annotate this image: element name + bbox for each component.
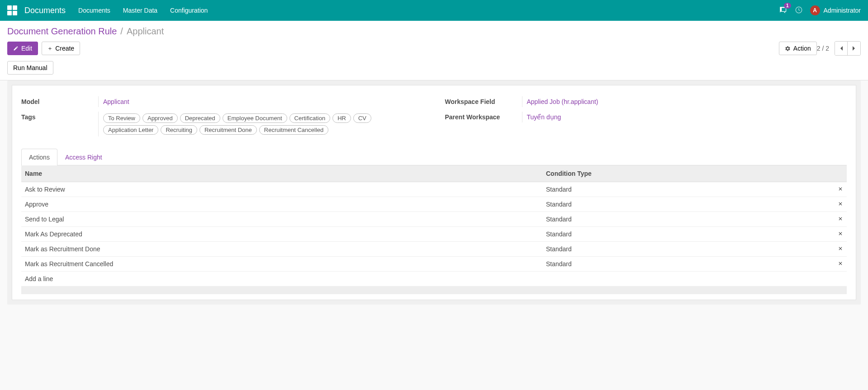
close-icon (838, 201, 843, 207)
actions-table: Name Condition Type Ask to ReviewStandar… (21, 165, 847, 294)
top-navbar: Documents Documents Master Data Configur… (0, 0, 868, 21)
row-condition: Standard (542, 257, 830, 272)
chevron-right-icon (852, 46, 856, 51)
row-name: Mark as Recruitment Done (21, 242, 542, 257)
row-name: Ask to Review (21, 182, 542, 197)
row-name: Approve (21, 197, 542, 212)
tag-pill[interactable]: Deprecated (180, 113, 220, 123)
table-row[interactable]: Mark As DeprecatedStandard (21, 227, 847, 242)
breadcrumb-sep: / (120, 26, 123, 37)
row-condition: Standard (542, 197, 830, 212)
table-row[interactable]: Mark as Recruitment CancelledStandard (21, 257, 847, 272)
tags-label: Tags (21, 112, 98, 121)
close-icon (838, 261, 843, 266)
workspace-field-label: Workspace Field (445, 96, 522, 105)
tag-pill[interactable]: Recruiting (161, 125, 197, 135)
row-delete[interactable] (830, 227, 847, 242)
table-row[interactable]: Ask to ReviewStandard (21, 182, 847, 197)
run-manual-button[interactable]: Run Manual (7, 61, 53, 75)
col-name[interactable]: Name (21, 165, 542, 182)
create-button[interactable]: Create (42, 42, 80, 55)
tab-actions[interactable]: Actions (21, 149, 57, 165)
breadcrumb: Document Generation Rule / Applicant (7, 26, 861, 37)
row-name: Send to Legal (21, 212, 542, 227)
user-name: Administrator (824, 7, 861, 14)
parent-workspace-label: Parent Workspace (445, 112, 522, 121)
row-condition: Standard (542, 227, 830, 242)
nav-link-master-data[interactable]: Master Data (123, 7, 157, 14)
row-name: Mark as Recruitment Cancelled (21, 257, 542, 272)
add-line-row[interactable]: Add a line (21, 272, 847, 287)
breadcrumb-current: Applicant (127, 26, 164, 37)
tag-pill[interactable]: Recruitment Done (199, 125, 257, 135)
action-button[interactable]: Action (779, 42, 817, 55)
tags-list: To ReviewApprovedDeprecatedEmployee Docu… (103, 113, 423, 135)
gear-icon (785, 46, 791, 52)
messaging-badge: 1 (784, 3, 791, 9)
row-condition: Standard (542, 212, 830, 227)
activity-icon[interactable] (795, 6, 803, 15)
messaging-button[interactable]: 1 (778, 5, 787, 16)
table-row[interactable]: ApproveStandard (21, 197, 847, 212)
pager-prev-button[interactable] (835, 42, 848, 55)
edit-label: Edit (21, 45, 32, 52)
workspace-field-value[interactable]: Applied Job (hr.applicant) (527, 98, 598, 105)
tag-pill[interactable]: CV (353, 113, 371, 123)
chat-icon (778, 9, 787, 16)
control-panel: Document Generation Rule / Applicant Edi… (0, 21, 868, 80)
model-value[interactable]: Applicant (103, 98, 129, 105)
col-condition-type[interactable]: Condition Type (542, 165, 830, 182)
tag-pill[interactable]: HR (332, 113, 351, 123)
close-icon (838, 186, 843, 192)
tag-pill[interactable]: Application Letter (103, 125, 158, 135)
pager-text[interactable]: 2 / 2 (817, 45, 829, 52)
tag-pill[interactable]: Approved (142, 113, 178, 123)
row-delete[interactable] (830, 257, 847, 272)
row-delete[interactable] (830, 242, 847, 257)
run-manual-label: Run Manual (13, 64, 47, 71)
nav-link-configuration[interactable]: Configuration (170, 7, 208, 14)
tag-pill[interactable]: To Review (103, 113, 140, 123)
row-delete[interactable] (830, 197, 847, 212)
row-name: Mark As Deprecated (21, 227, 542, 242)
form-sheet: Model Applicant Tags To ReviewApprovedDe… (12, 85, 856, 300)
tabs: Actions Access Right (21, 148, 847, 165)
close-icon (838, 231, 843, 236)
create-label: Create (55, 45, 74, 52)
table-row[interactable]: Mark as Recruitment DoneStandard (21, 242, 847, 257)
nav-link-documents[interactable]: Documents (78, 7, 110, 14)
tab-access-right[interactable]: Access Right (57, 149, 110, 165)
add-line-label: Add a line (21, 272, 847, 287)
tag-pill[interactable]: Certification (289, 113, 331, 123)
edit-button[interactable]: Edit (7, 42, 38, 55)
plus-icon (47, 46, 52, 51)
row-condition: Standard (542, 242, 830, 257)
apps-icon[interactable] (7, 5, 17, 15)
tag-pill[interactable]: Employee Document (223, 113, 287, 123)
app-title[interactable]: Documents (24, 6, 66, 15)
user-menu[interactable]: A Administrator (810, 5, 861, 15)
close-icon (838, 246, 843, 251)
row-condition: Standard (542, 182, 830, 197)
table-row[interactable]: Send to LegalStandard (21, 212, 847, 227)
nav-menu: Documents Master Data Configuration (78, 7, 208, 14)
row-delete[interactable] (830, 182, 847, 197)
row-delete[interactable] (830, 212, 847, 227)
tag-pill[interactable]: Recruitment Cancelled (259, 125, 329, 135)
pager-next-button[interactable] (848, 42, 860, 55)
pager (835, 41, 861, 56)
parent-workspace-value[interactable]: Tuyển dụng (527, 113, 561, 121)
pencil-icon (13, 46, 19, 51)
close-icon (838, 216, 843, 221)
model-label: Model (21, 96, 98, 105)
chevron-left-icon (840, 46, 843, 51)
action-label: Action (793, 45, 811, 52)
breadcrumb-parent[interactable]: Document Generation Rule (7, 26, 117, 37)
avatar: A (810, 5, 820, 15)
